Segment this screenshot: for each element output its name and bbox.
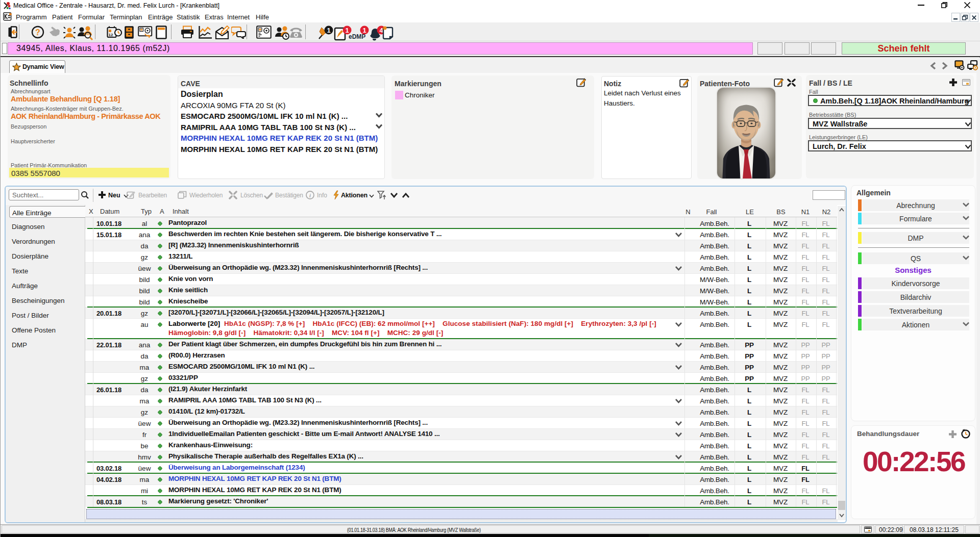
svg-text:1: 1 — [327, 27, 330, 34]
svg-text:i: i — [309, 192, 311, 198]
svg-text:1: 1 — [362, 27, 366, 34]
svg-text:?: ? — [35, 28, 40, 37]
svg-text:12: 12 — [109, 33, 113, 37]
svg-text:eDMP: eDMP — [349, 33, 365, 40]
